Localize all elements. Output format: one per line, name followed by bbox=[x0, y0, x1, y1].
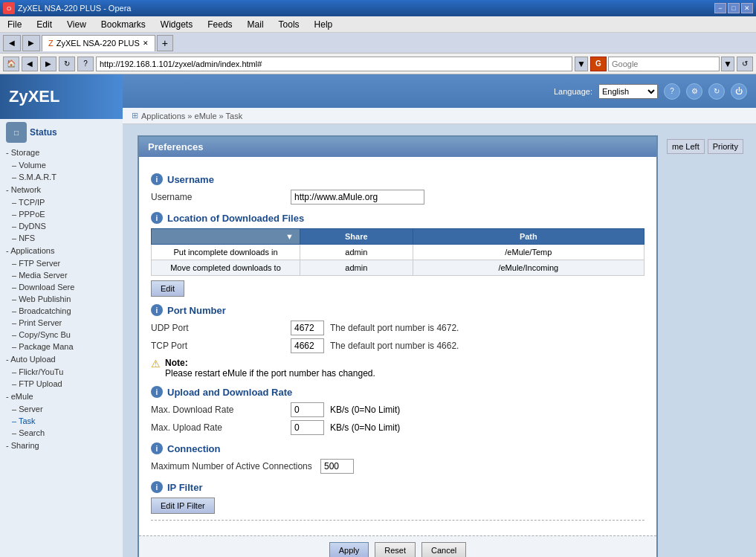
col-share-header: Share bbox=[300, 229, 413, 245]
minimize-button[interactable]: − bbox=[714, 3, 726, 13]
apply-button[interactable]: Apply bbox=[329, 542, 369, 557]
sidebar-item-nfs[interactable]: – NFS bbox=[0, 232, 123, 244]
status-icon: □ bbox=[6, 122, 27, 143]
sidebar-item-volume[interactable]: – Volume bbox=[0, 159, 123, 171]
address-dropdown[interactable]: ▼ bbox=[575, 57, 588, 71]
sidebar-item-mediaserver[interactable]: – Media Server bbox=[0, 269, 123, 281]
max-connections-input[interactable] bbox=[320, 459, 354, 474]
menu-tools[interactable]: Tools bbox=[274, 18, 304, 31]
sidebar-group-storage[interactable]: Storage bbox=[0, 146, 123, 159]
tab-bar: ◀ ▶ Z ZyXEL NSA-220 PLUS ✕ + bbox=[0, 33, 756, 54]
sidebar-item-emule-search[interactable]: – Search bbox=[0, 427, 123, 439]
max-upload-input[interactable] bbox=[291, 420, 324, 435]
location-section-header: i Location of Downloaded Files bbox=[151, 212, 644, 224]
power-icon[interactable]: ⏻ bbox=[731, 83, 747, 100]
tab-close-icon[interactable]: ✕ bbox=[143, 39, 149, 47]
sidebar-item-flickr[interactable]: – Flickr/YouTu bbox=[0, 366, 123, 378]
udp-row: UDP Port The default port number is 4672… bbox=[151, 321, 644, 335]
content-area: Language: English ? ⚙ ↻ ⏻ ⊞ Applications… bbox=[123, 74, 756, 557]
back-button[interactable]: ◀ bbox=[3, 35, 21, 51]
tab-favicon: Z bbox=[48, 39, 54, 48]
tcp-input[interactable] bbox=[291, 338, 324, 353]
sidebar-group-emule[interactable]: eMule bbox=[0, 390, 123, 403]
sidebar-group-autoupload[interactable]: Auto Upload bbox=[0, 352, 123, 366]
reset-button[interactable]: Reset bbox=[375, 542, 416, 557]
menu-view[interactable]: View bbox=[62, 18, 91, 31]
close-button[interactable]: ✕ bbox=[741, 3, 753, 13]
refresh-icon[interactable]: ↺ bbox=[737, 57, 753, 71]
sidebar-item-downloadserver[interactable]: – Download Sere bbox=[0, 281, 123, 293]
search-input[interactable] bbox=[608, 57, 720, 71]
reload-button[interactable]: ↻ bbox=[59, 57, 75, 71]
sidebar-item-ftpupload[interactable]: – FTP Upload bbox=[0, 378, 123, 390]
tcp-note: The default port number is 4662. bbox=[330, 341, 459, 351]
preferences-dialog: Preferences i Username Username i Locat bbox=[138, 135, 658, 557]
udp-input[interactable] bbox=[291, 321, 324, 335]
forward-button[interactable]: ▶ bbox=[22, 35, 40, 51]
max-upload-label: Max. Upload Rate bbox=[151, 422, 285, 433]
username-section-label: Username bbox=[167, 174, 214, 185]
sidebar-group-network[interactable]: Network bbox=[0, 183, 123, 196]
address-input[interactable] bbox=[96, 57, 572, 71]
max-download-input[interactable] bbox=[291, 402, 324, 417]
maximize-button[interactable]: □ bbox=[728, 3, 740, 13]
page-background: me Left Priority Preferences i Username … bbox=[123, 124, 756, 557]
max-connections-label: Maximum Number of Active Connections bbox=[151, 461, 314, 471]
connection-section-header: i Connection bbox=[151, 442, 644, 454]
note-text: Please restart eMule if the port number … bbox=[165, 368, 375, 379]
menu-widgets[interactable]: Widgets bbox=[156, 18, 197, 31]
sidebar-item-dydns[interactable]: – DyDNS bbox=[0, 220, 123, 232]
sidebar-item-packagemanager[interactable]: – Package Mana bbox=[0, 341, 123, 352]
sidebar-item-broadcatching[interactable]: – Broadcatching bbox=[0, 305, 123, 317]
menu-edit[interactable]: Edit bbox=[32, 18, 56, 31]
menu-mail[interactable]: Mail bbox=[243, 18, 268, 31]
menu-help[interactable]: Help bbox=[310, 18, 337, 31]
main-area: ZyXEL □ Status Storage – Volume – S.M.A.… bbox=[0, 74, 756, 557]
sidebar-item-emule-server[interactable]: – Server bbox=[0, 403, 123, 415]
edit-ipfilter-row: Edit IP Filter bbox=[151, 498, 644, 514]
sidebar-item-copysync[interactable]: – Copy/Sync Bu bbox=[0, 329, 123, 341]
top-header: Language: English ? ⚙ ↻ ⏻ bbox=[123, 74, 756, 108]
search-dropdown[interactable]: ▼ bbox=[721, 57, 734, 71]
port-section-header: i Port Number bbox=[151, 304, 644, 316]
help-button[interactable]: ? bbox=[77, 57, 94, 71]
new-tab-button[interactable]: + bbox=[157, 35, 173, 51]
config-icon[interactable]: ⚙ bbox=[686, 83, 702, 100]
sidebar-item-emule-task[interactable]: – Task bbox=[0, 415, 123, 427]
port-section-icon: i bbox=[151, 304, 163, 316]
menu-file[interactable]: File bbox=[3, 18, 26, 31]
language-select[interactable]: English bbox=[598, 84, 658, 99]
active-tab[interactable]: Z ZyXEL NSA-220 PLUS ✕ bbox=[42, 35, 155, 51]
forward-addr-button[interactable]: ▶ bbox=[40, 57, 56, 71]
sidebar-item-ftpserver[interactable]: – FTP Server bbox=[0, 257, 123, 269]
sidebar-item-pppoe[interactable]: – PPPoE bbox=[0, 208, 123, 220]
refresh-page-icon[interactable]: ↻ bbox=[708, 83, 725, 100]
menu-feeds[interactable]: Feeds bbox=[203, 18, 236, 31]
note-content: Note: Please restart eMule if the port n… bbox=[165, 358, 375, 379]
zyxel-logo: ZyXEL bbox=[0, 74, 123, 119]
username-section-header: i Username bbox=[151, 173, 644, 185]
edit-ipfilter-button[interactable]: Edit IP Filter bbox=[151, 498, 215, 514]
sidebar-item-webpublishing[interactable]: – Web Publishin bbox=[0, 293, 123, 305]
sidebar-status-label[interactable]: Status bbox=[30, 127, 57, 138]
home-button[interactable]: 🏠 bbox=[3, 57, 19, 71]
udp-note: The default port number is 4672. bbox=[330, 323, 459, 333]
help-icon[interactable]: ? bbox=[664, 83, 680, 100]
menu-bookmarks[interactable]: Bookmarks bbox=[97, 18, 150, 31]
window-controls: − □ ✕ bbox=[714, 3, 753, 13]
sidebar-item-tcpip[interactable]: – TCP/IP bbox=[0, 196, 123, 208]
warning-icon: ⚠ bbox=[151, 358, 161, 370]
username-input[interactable] bbox=[291, 190, 424, 205]
back-addr-button[interactable]: ◀ bbox=[22, 57, 38, 71]
sidebar-item-smart[interactable]: – S.M.A.R.T bbox=[0, 171, 123, 183]
sidebar-item-printserver[interactable]: – Print Server bbox=[0, 317, 123, 329]
time-left-header: me Left bbox=[667, 139, 705, 154]
max-download-label: Max. Download Rate bbox=[151, 405, 285, 415]
connection-section-icon: i bbox=[151, 442, 163, 454]
sidebar-group-sharing[interactable]: Sharing bbox=[0, 439, 123, 452]
cancel-button[interactable]: Cancel bbox=[421, 542, 466, 557]
username-label: Username bbox=[151, 192, 285, 202]
edit-button[interactable]: Edit bbox=[151, 280, 184, 297]
ipfilter-section-label: IP Filter bbox=[167, 482, 202, 493]
sidebar-group-applications[interactable]: Applications bbox=[0, 244, 123, 257]
